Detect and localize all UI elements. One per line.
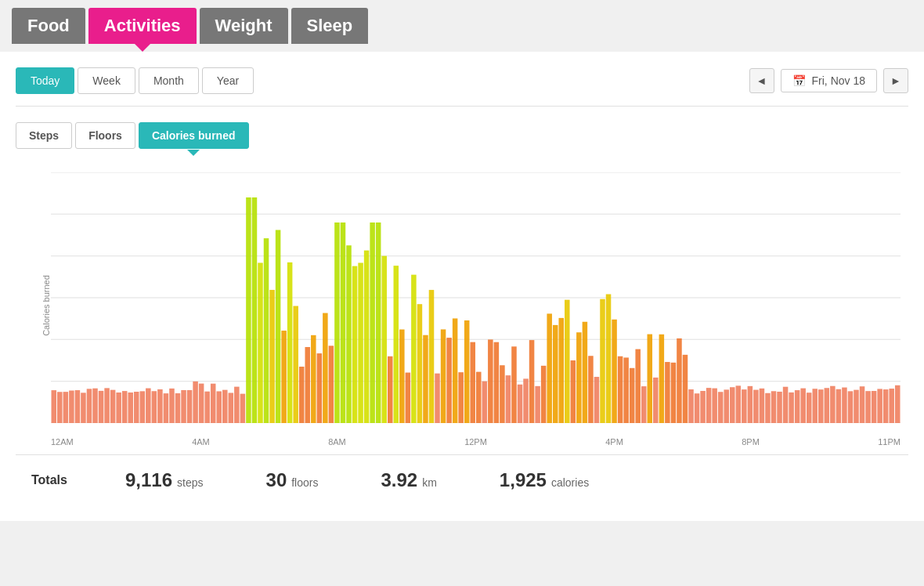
svg-rect-18 — [81, 392, 86, 423]
svg-rect-134 — [765, 393, 771, 423]
totals-floors: 30 floors — [266, 469, 319, 491]
svg-rect-106 — [600, 299, 605, 423]
svg-rect-74 — [411, 275, 417, 423]
svg-rect-44 — [234, 387, 240, 423]
svg-rect-61 — [334, 222, 340, 423]
totals-calories: 1,925 calories — [500, 469, 589, 491]
svg-rect-92 — [518, 385, 523, 423]
next-date-button[interactable]: ► — [883, 68, 908, 93]
svg-rect-153 — [877, 389, 882, 423]
date-display: 📅 Fri, Nov 18 — [781, 69, 877, 92]
svg-rect-111 — [630, 368, 635, 423]
svg-rect-95 — [535, 386, 540, 423]
svg-rect-14 — [57, 392, 63, 423]
svg-rect-139 — [795, 390, 800, 423]
nav-tab-sleep[interactable]: Sleep — [291, 8, 369, 44]
svg-rect-69 — [381, 256, 387, 423]
totals-steps-unit: steps — [177, 476, 203, 489]
svg-rect-16 — [69, 391, 74, 423]
totals-steps: 9,116 steps — [125, 469, 204, 491]
svg-rect-45 — [240, 394, 246, 423]
period-month[interactable]: Month — [139, 67, 199, 94]
svg-rect-112 — [635, 349, 641, 423]
svg-rect-58 — [317, 353, 323, 423]
svg-rect-94 — [529, 340, 535, 423]
svg-rect-119 — [677, 338, 682, 423]
svg-rect-88 — [494, 342, 500, 423]
svg-rect-39 — [204, 392, 210, 423]
svg-rect-72 — [399, 330, 405, 423]
svg-rect-117 — [665, 362, 670, 423]
svg-rect-141 — [807, 392, 812, 423]
svg-rect-156 — [895, 385, 901, 423]
main-content: Today Week Month Year ◄ 📅 Fri, Nov 18 ► … — [0, 52, 924, 521]
svg-rect-136 — [777, 392, 782, 423]
svg-rect-135 — [771, 391, 777, 423]
x-label-8am: 8AM — [328, 437, 346, 447]
nav-tab-activities[interactable]: Activities — [88, 8, 197, 44]
svg-rect-114 — [648, 335, 653, 423]
top-nav: Food Activities Weight Sleep — [0, 0, 924, 44]
svg-rect-97 — [547, 313, 552, 423]
x-label-12am: 12AM — [51, 437, 74, 447]
svg-rect-42 — [222, 390, 228, 423]
totals-steps-num: 9,116 — [125, 469, 172, 491]
svg-rect-53 — [287, 262, 293, 423]
svg-rect-144 — [825, 388, 830, 423]
nav-tab-weight[interactable]: Weight — [200, 8, 288, 44]
svg-rect-40 — [211, 384, 216, 423]
svg-rect-128 — [730, 387, 735, 423]
svg-rect-145 — [830, 386, 836, 423]
totals-label: Totals — [31, 473, 78, 487]
svg-rect-122 — [695, 393, 700, 423]
svg-rect-137 — [783, 387, 789, 423]
svg-rect-101 — [571, 360, 576, 423]
svg-rect-17 — [75, 390, 81, 423]
calendar-icon: 📅 — [792, 74, 806, 87]
svg-rect-13 — [52, 390, 57, 423]
svg-rect-86 — [482, 382, 488, 423]
svg-rect-140 — [800, 389, 806, 423]
period-week[interactable]: Week — [78, 67, 135, 94]
svg-rect-113 — [641, 386, 647, 423]
svg-rect-103 — [583, 322, 588, 423]
svg-rect-24 — [116, 392, 121, 423]
chart-inner: 30 25 20 15 10 5 — [51, 172, 901, 423]
svg-rect-107 — [606, 294, 612, 423]
svg-rect-127 — [724, 389, 729, 423]
svg-rect-152 — [872, 391, 877, 423]
svg-rect-37 — [193, 382, 198, 423]
svg-rect-62 — [341, 222, 346, 423]
prev-date-button[interactable]: ◄ — [749, 68, 774, 93]
svg-rect-118 — [671, 363, 677, 423]
svg-rect-33 — [169, 389, 175, 423]
svg-rect-60 — [329, 345, 334, 423]
svg-rect-59 — [323, 313, 328, 423]
chart-tab-steps[interactable]: Steps — [16, 122, 72, 149]
y-axis-label: Calories burned — [42, 275, 51, 336]
period-year[interactable]: Year — [202, 67, 254, 94]
svg-rect-66 — [364, 251, 370, 423]
svg-rect-27 — [134, 392, 139, 423]
nav-tab-food[interactable]: Food — [12, 8, 85, 44]
svg-rect-28 — [140, 391, 146, 423]
svg-rect-99 — [558, 318, 564, 423]
svg-rect-55 — [299, 367, 305, 423]
svg-rect-149 — [854, 390, 859, 423]
svg-rect-81 — [453, 318, 458, 423]
svg-rect-36 — [187, 390, 193, 423]
totals-distance-num: 3.92 — [381, 469, 417, 491]
svg-rect-77 — [429, 290, 435, 423]
totals-row: Totals 9,116 steps 30 floors 3.92 km 1,9… — [16, 454, 908, 505]
svg-rect-85 — [476, 372, 482, 423]
svg-rect-31 — [157, 389, 163, 423]
svg-rect-133 — [760, 389, 765, 423]
svg-rect-96 — [541, 366, 547, 423]
x-label-8pm: 8PM — [742, 437, 760, 447]
svg-rect-148 — [848, 391, 854, 423]
chart-tab-calories[interactable]: Calories burned — [139, 122, 249, 149]
svg-rect-129 — [736, 385, 742, 423]
svg-rect-52 — [281, 331, 287, 423]
chart-tab-floors[interactable]: Floors — [75, 122, 135, 149]
period-today[interactable]: Today — [16, 67, 74, 94]
